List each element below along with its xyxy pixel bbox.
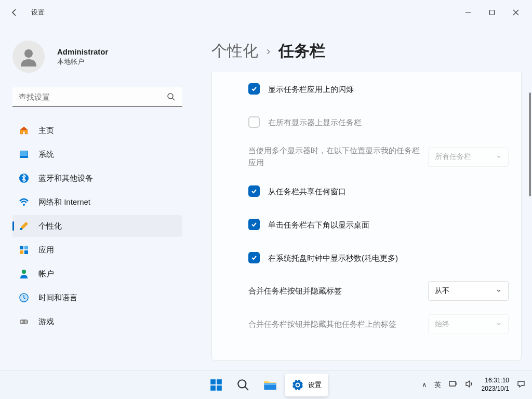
svg-point-2 bbox=[24, 49, 33, 58]
bluetooth-icon bbox=[19, 173, 29, 183]
svg-rect-20 bbox=[217, 379, 222, 384]
sidebar-item-system[interactable]: 系统 bbox=[12, 143, 182, 165]
tray-chevron[interactable]: ∧ bbox=[422, 381, 427, 389]
breadcrumb-parent[interactable]: 个性化 bbox=[211, 41, 258, 62]
taskbar-explorer[interactable] bbox=[258, 374, 282, 396]
person-icon bbox=[19, 269, 29, 279]
svg-point-8 bbox=[23, 204, 25, 206]
chevron-down-icon bbox=[496, 286, 502, 296]
setting-label: 从任务栏共享任何窗口 bbox=[268, 186, 509, 197]
sidebar-item-accounts[interactable]: 帐户 bbox=[12, 263, 182, 285]
dropdown: 所有任务栏 bbox=[428, 147, 509, 167]
sidebar-item-apps[interactable]: 应用 bbox=[12, 239, 182, 261]
taskbar-active-label: 设置 bbox=[308, 380, 322, 390]
svg-point-14 bbox=[22, 270, 26, 274]
svg-rect-22 bbox=[217, 385, 222, 391]
setting-label: 当使用多个显示器时，在以下位置显示我的任务栏应用 bbox=[248, 145, 428, 168]
clock-date: 2023/10/1 bbox=[482, 385, 509, 393]
svg-rect-13 bbox=[24, 250, 28, 254]
clock-icon bbox=[19, 292, 29, 303]
setting-row: 单击任务栏右下角以显示桌面 bbox=[248, 208, 521, 241]
svg-point-17 bbox=[25, 321, 26, 322]
user-section[interactable]: Administrator 本地帐户 bbox=[12, 25, 182, 83]
taskbar-clock[interactable]: 16:31:10 2023/10/1 bbox=[482, 377, 509, 393]
user-name: Administrator bbox=[57, 47, 108, 56]
search-icon bbox=[167, 92, 175, 101]
sidebar-item-label: 个性化 bbox=[38, 221, 62, 231]
scrollbar-thumb[interactable] bbox=[529, 92, 531, 196]
main-area: Administrator 本地帐户 主页系统蓝牙和其他设备网络和 Intern… bbox=[0, 25, 532, 370]
arrow-left-icon bbox=[10, 8, 19, 17]
svg-rect-1 bbox=[490, 10, 495, 15]
sidebar: Administrator 本地帐户 主页系统蓝牙和其他设备网络和 Intern… bbox=[0, 25, 195, 370]
svg-rect-9 bbox=[20, 228, 22, 230]
chevron-down-icon bbox=[496, 152, 502, 162]
taskbar-right: ∧ 英 16:31:10 2023/10/1 bbox=[416, 377, 532, 393]
back-button[interactable] bbox=[4, 2, 25, 23]
svg-point-23 bbox=[238, 380, 246, 388]
checkbox[interactable] bbox=[248, 185, 260, 197]
close-button[interactable] bbox=[504, 4, 528, 21]
minimize-button[interactable] bbox=[456, 4, 480, 21]
maximize-button[interactable] bbox=[480, 4, 504, 21]
sidebar-item-network[interactable]: 网络和 Internet bbox=[12, 191, 182, 213]
svg-rect-29 bbox=[449, 381, 456, 386]
start-button[interactable] bbox=[204, 374, 228, 396]
sidebar-item-label: 主页 bbox=[38, 126, 54, 136]
search-input[interactable] bbox=[12, 87, 182, 107]
svg-line-4 bbox=[172, 98, 175, 100]
chevron-down-icon bbox=[496, 320, 502, 329]
setting-label: 显示任务栏应用上的闪烁 bbox=[268, 84, 509, 95]
checkbox[interactable] bbox=[248, 219, 260, 230]
setting-label: 单击任务栏右下角以显示桌面 bbox=[268, 219, 509, 230]
svg-rect-12 bbox=[20, 250, 23, 254]
sidebar-item-personalize[interactable]: 个性化 bbox=[12, 215, 182, 237]
taskbar-search[interactable] bbox=[231, 374, 255, 396]
dropdown-value: 所有任务栏 bbox=[435, 152, 471, 162]
tray-volume-icon[interactable] bbox=[465, 379, 474, 390]
tray-network-icon[interactable] bbox=[448, 379, 458, 390]
taskbar-settings-active[interactable]: 设置 bbox=[285, 374, 328, 396]
sidebar-item-label: 游戏 bbox=[38, 317, 54, 327]
avatar bbox=[12, 41, 45, 73]
gamepad-icon bbox=[19, 316, 29, 327]
settings-panel: 显示任务栏应用上的闪烁在所有显示器上显示任务栏当使用多个显示器时，在以下位置显示… bbox=[211, 72, 522, 361]
setting-row: 从任务栏共享任何窗口 bbox=[248, 175, 521, 208]
svg-rect-11 bbox=[24, 246, 28, 249]
system-icon bbox=[19, 149, 29, 159]
dropdown-value: 从不 bbox=[435, 286, 449, 296]
tray-notifications-icon[interactable] bbox=[516, 379, 526, 390]
sidebar-item-label: 帐户 bbox=[38, 269, 54, 279]
home-icon bbox=[19, 125, 29, 136]
wifi-icon bbox=[19, 197, 29, 207]
dropdown-value: 始终 bbox=[435, 320, 449, 329]
window-controls bbox=[456, 4, 528, 21]
setting-label: 合并任务栏按钮并隐藏标签 bbox=[248, 285, 428, 297]
dropdown[interactable]: 从不 bbox=[428, 281, 509, 301]
app-title: 设置 bbox=[31, 8, 45, 17]
setting-label: 在系统托盘时钟中显示秒数(耗电更多) bbox=[268, 252, 509, 263]
svg-rect-6 bbox=[20, 151, 28, 156]
content-area: 个性化 › 任务栏 显示任务栏应用上的闪烁在所有显示器上显示任务栏当使用多个显示… bbox=[195, 25, 532, 370]
sidebar-item-gaming[interactable]: 游戏 bbox=[12, 311, 182, 332]
nav-list: 主页系统蓝牙和其他设备网络和 Internet个性化应用帐户时间和语言游戏 bbox=[12, 117, 182, 370]
dropdown: 始终 bbox=[428, 314, 509, 334]
chevron-right-icon: › bbox=[267, 45, 270, 58]
sidebar-item-time[interactable]: 时间和语言 bbox=[12, 287, 182, 309]
svg-line-24 bbox=[245, 387, 248, 390]
sidebar-item-label: 蓝牙和其他设备 bbox=[38, 174, 93, 183]
setting-label: 在所有显示器上显示任务栏 bbox=[268, 117, 509, 128]
tray-ime[interactable]: 英 bbox=[434, 380, 441, 390]
svg-rect-26 bbox=[264, 383, 276, 385]
setting-row: 在系统托盘时钟中显示秒数(耗电更多) bbox=[248, 241, 521, 274]
folder-icon bbox=[263, 378, 277, 392]
taskbar-center: 设置 bbox=[204, 374, 328, 396]
sidebar-item-label: 网络和 Internet bbox=[38, 197, 90, 207]
svg-rect-10 bbox=[20, 246, 23, 249]
setting-row: 显示任务栏应用上的闪烁 bbox=[248, 72, 521, 105]
checkbox[interactable] bbox=[248, 252, 260, 263]
checkbox bbox=[248, 116, 260, 128]
checkbox[interactable] bbox=[248, 83, 260, 95]
sidebar-item-bluetooth[interactable]: 蓝牙和其他设备 bbox=[12, 167, 182, 189]
sidebar-item-home[interactable]: 主页 bbox=[12, 119, 182, 141]
